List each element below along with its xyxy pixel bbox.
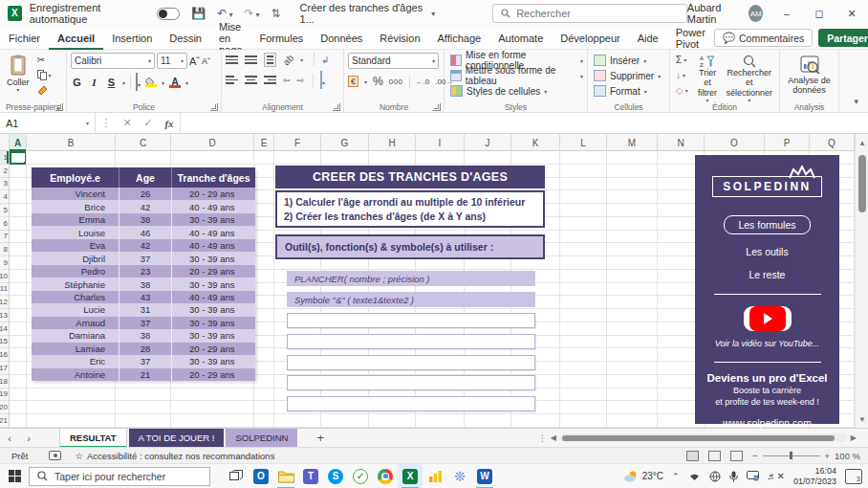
microphone-icon[interactable] xyxy=(729,471,738,482)
row-header-12[interactable]: 12 xyxy=(0,296,9,309)
taskbar-app-green[interactable]: ✓ xyxy=(348,464,373,488)
ribbon-tab-affichage[interactable]: Affichage xyxy=(429,27,490,50)
font-name-select[interactable]: Calibri▾ xyxy=(71,53,155,69)
row-header-3[interactable]: 3 xyxy=(0,178,9,191)
table-row[interactable]: Arnaud3730 - 39 ans xyxy=(32,317,255,329)
scroll-up-icon[interactable]: ▲ xyxy=(856,136,868,149)
formules-button[interactable]: Les formules xyxy=(724,215,810,234)
start-button[interactable] xyxy=(0,470,29,482)
increase-decimal-icon[interactable]: ←.0 xyxy=(416,78,430,86)
column-header-I[interactable]: I xyxy=(416,134,465,151)
align-bottom-icon[interactable] xyxy=(264,53,276,67)
answer-box[interactable] xyxy=(287,334,535,349)
ribbon-tab-révision[interactable]: Révision xyxy=(371,27,428,50)
ribbon-tab-automate[interactable]: Automate xyxy=(489,27,552,50)
share-button[interactable]: Partager ▾ xyxy=(818,29,868,47)
taskbar-outlook[interactable]: O xyxy=(249,464,273,488)
insert-function-icon[interactable]: fx xyxy=(159,118,180,129)
column-header-O[interactable]: O xyxy=(705,134,765,151)
page-break-view-icon[interactable] xyxy=(730,451,743,461)
table-row[interactable]: Lucie3130 - 39 ans xyxy=(32,303,255,316)
zoom-out-icon[interactable]: − xyxy=(752,451,758,461)
weather-widget[interactable]: 23°C xyxy=(623,470,663,482)
column-header-J[interactable]: J xyxy=(465,134,511,151)
fill-color-icon[interactable] xyxy=(145,78,157,87)
row-header-2[interactable]: 2 xyxy=(0,165,9,178)
row-header-11[interactable]: 11 xyxy=(0,283,9,297)
hscroll-right-icon[interactable]: ▶ xyxy=(851,433,857,442)
title-chevron-icon[interactable]: ▾ xyxy=(431,10,435,18)
format-painter-icon[interactable] xyxy=(35,83,54,98)
increase-font-icon[interactable]: Aˆ xyxy=(189,55,200,67)
answer-box[interactable] xyxy=(287,313,535,328)
wifi-icon[interactable] xyxy=(688,472,701,481)
wrap-text-icon[interactable]: ↲ xyxy=(321,55,329,65)
font-size-select[interactable]: 11▾ xyxy=(157,53,187,69)
clock[interactable]: 16:04 01/07/2023 xyxy=(793,466,836,487)
website-link[interactable]: www.solpedinn.com xyxy=(723,417,812,429)
horizontal-scrollbar[interactable] xyxy=(560,433,847,442)
analyze-data-button[interactable]: Analyse de données xyxy=(784,53,835,98)
show-hidden-icons[interactable]: ⌃ xyxy=(672,472,680,481)
thousands-icon[interactable]: 000 xyxy=(389,78,403,86)
page-layout-view-icon[interactable] xyxy=(708,451,721,461)
restore-button[interactable]: ◻ xyxy=(803,0,835,27)
align-middle-icon[interactable] xyxy=(245,55,257,64)
selected-cell[interactable] xyxy=(10,151,27,165)
normal-view-icon[interactable] xyxy=(686,451,699,461)
taskbar-app-blue[interactable]: ❊ xyxy=(447,464,472,488)
table-row[interactable]: Brice4240 - 49 ans xyxy=(32,200,255,212)
row-header-8[interactable]: 8 xyxy=(0,243,9,256)
borders-icon[interactable]: ▾ xyxy=(136,74,141,91)
row-header-19[interactable]: 19 xyxy=(0,388,9,402)
cut-icon[interactable]: ✂ xyxy=(35,53,54,67)
document-title[interactable]: Créer des tranches d'âges 1... xyxy=(300,2,430,25)
font-dialog-launcher[interactable] xyxy=(210,103,218,111)
close-button[interactable]: ✕ xyxy=(835,0,868,27)
row-header-13[interactable]: 13 xyxy=(0,309,9,322)
splitter-dots-icon[interactable]: ⋮ xyxy=(538,433,547,443)
zoom-in-icon[interactable]: + xyxy=(825,451,831,461)
answer-box[interactable] xyxy=(287,375,535,390)
ribbon-tab-données[interactable]: Données xyxy=(312,27,371,50)
notification-center[interactable]: 3 xyxy=(845,469,862,484)
column-header-Q[interactable]: Q xyxy=(810,134,855,151)
column-header-C[interactable]: C xyxy=(116,134,171,151)
currency-icon[interactable]: € xyxy=(348,76,358,87)
prev-sheet-icon[interactable]: ‹ xyxy=(0,433,19,444)
youtube-button[interactable] xyxy=(744,306,792,331)
undo-icon[interactable]: ↶▾ xyxy=(217,7,232,20)
row-header-20[interactable]: 20 xyxy=(0,401,9,414)
autosave-toggle[interactable] xyxy=(157,8,180,20)
row-header-6[interactable]: 6 xyxy=(0,217,9,231)
taskbar-chrome[interactable] xyxy=(373,464,398,488)
ribbon-tab-formules[interactable]: Formules xyxy=(250,27,312,50)
collapse-ribbon-icon[interactable]: ▾ xyxy=(854,97,858,106)
decrease-indent-icon[interactable]: ⇦ xyxy=(283,76,291,85)
table-row[interactable]: Charles4340 - 49 ans xyxy=(32,291,255,303)
table-row[interactable]: Emma3830 - 39 ans xyxy=(32,213,255,226)
row-header-9[interactable]: 9 xyxy=(0,256,9,270)
paste-button[interactable]: Coller▾ xyxy=(4,53,33,98)
align-top-icon[interactable] xyxy=(226,55,238,64)
row-header-18[interactable]: 18 xyxy=(0,375,9,388)
underline-button[interactable]: S xyxy=(105,77,118,88)
ribbon-tab-mise-en-page[interactable]: Mise en page xyxy=(210,27,250,50)
minimize-button[interactable]: – xyxy=(770,0,803,27)
select-all-corner[interactable] xyxy=(0,134,10,150)
font-color-icon[interactable]: A xyxy=(169,78,181,88)
ribbon-tab-développeur[interactable]: Développeur xyxy=(552,27,628,50)
autosum-icon[interactable]: Σ▾ xyxy=(674,53,690,67)
clear-icon[interactable]: ◇▾ xyxy=(674,83,690,98)
clipboard-dialog-launcher[interactable] xyxy=(55,103,63,111)
avatar[interactable]: AM xyxy=(749,5,763,22)
insert-cells-button[interactable]: Insérer▾ xyxy=(594,53,665,68)
display-icon[interactable] xyxy=(747,471,759,481)
align-right-icon[interactable] xyxy=(264,76,276,84)
column-header-M[interactable]: M xyxy=(607,134,658,151)
column-header-P[interactable]: P xyxy=(765,134,810,151)
horizontal-scroll-thumb[interactable] xyxy=(562,435,835,441)
row-header-7[interactable]: 7 xyxy=(0,231,9,244)
find-select-button[interactable]: Rechercher et sélectionner▾ xyxy=(723,53,775,106)
italic-button[interactable]: I xyxy=(88,77,100,88)
